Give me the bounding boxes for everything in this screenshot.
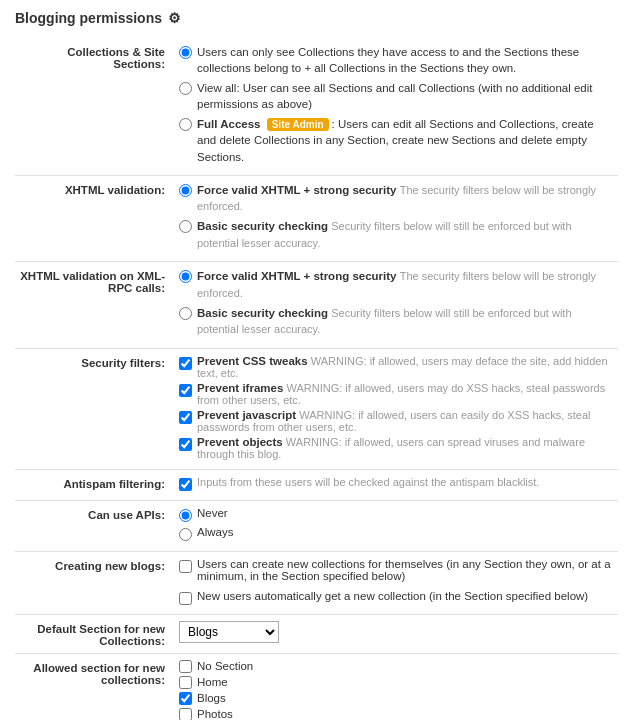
xhtml-validation-value: Force valid XHTML + strong security The … — [175, 175, 618, 262]
api-never-row: Never — [179, 507, 614, 522]
sf-css-checkbox[interactable] — [179, 357, 192, 370]
api-always-row: Always — [179, 526, 614, 541]
form-table: Collections & Site Sections: Users can o… — [15, 38, 618, 720]
allowed-section-label: Allowed section for new collections: — [15, 653, 175, 720]
create-blogs-checkbox[interactable] — [179, 560, 192, 573]
section-none-checkbox[interactable] — [179, 660, 192, 673]
api-never-radio[interactable] — [179, 509, 192, 522]
sf-iframes-text: Prevent iframes WARNING: if allowed, use… — [197, 382, 614, 406]
section-none-label: No Section — [197, 660, 253, 672]
collections-radio-1[interactable] — [179, 46, 192, 59]
settings-icon: ⚙ — [168, 10, 181, 26]
sf-objects-checkbox[interactable] — [179, 438, 192, 451]
section-blogs-row: Blogs — [179, 692, 614, 705]
default-section-value: Blogs Home Photos Forums Manual — [175, 614, 618, 653]
creating-blogs-row: Creating new blogs: Users can create new… — [15, 551, 618, 614]
section-blogs-label: Blogs — [197, 692, 226, 704]
sf-javascript-row: Prevent javascript WARNING: if allowed, … — [179, 409, 614, 433]
page-title-text: Blogging permissions — [15, 10, 162, 26]
allowed-sections-list: No Section Home Blogs Photos — [179, 660, 614, 720]
section-blogs-checkbox[interactable] — [179, 692, 192, 705]
allowed-section-value: No Section Home Blogs Photos — [175, 653, 618, 720]
section-photos-row: Photos — [179, 708, 614, 720]
auto-collection-text: New users automatically get a new collec… — [197, 590, 588, 602]
xmlrpc-force-radio[interactable] — [179, 270, 192, 283]
antispam-label: Antispam filtering: — [15, 469, 175, 500]
collections-row: Collections & Site Sections: Users can o… — [15, 38, 618, 175]
apis-label: Can use APIs: — [15, 500, 175, 551]
security-filters-row: Security filters: Prevent CSS tweaks WAR… — [15, 348, 618, 469]
sf-javascript-text: Prevent javascript WARNING: if allowed, … — [197, 409, 614, 433]
auto-collection-checkbox[interactable] — [179, 592, 192, 605]
apis-value: Never Always — [175, 500, 618, 551]
xmlrpc-force-row: Force valid XHTML + strong security The … — [179, 268, 614, 301]
xmlrpc-basic-text: Basic security checking Security filters… — [197, 305, 614, 338]
default-section-dropdown[interactable]: Blogs Home Photos Forums Manual — [179, 621, 279, 643]
collections-option-3: Full Access Site Admin: Users can edit a… — [179, 116, 614, 164]
page-container: Blogging permissions ⚙ Collections & Sit… — [0, 0, 633, 720]
collections-radio-2[interactable] — [179, 82, 192, 95]
apis-row: Can use APIs: Never Always — [15, 500, 618, 551]
antispam-text: Inputs from these users will be checked … — [197, 476, 539, 488]
default-section-label: Default Section for new Collections: — [15, 614, 175, 653]
xmlrpc-force-text: Force valid XHTML + strong security The … — [197, 268, 614, 301]
site-admin-badge: Site Admin — [267, 118, 329, 131]
xmlrpc-validation-row: XHTML validation on XML-RPC calls: Force… — [15, 262, 618, 349]
collections-value: Users can only see Collections they have… — [175, 38, 618, 175]
collections-option-1-text: Users can only see Collections they have… — [197, 44, 614, 76]
xhtml-basic-text: Basic security checking Security filters… — [197, 218, 614, 251]
section-none-row: No Section — [179, 660, 614, 673]
collections-label: Collections & Site Sections: — [15, 38, 175, 175]
section-photos-label: Photos — [197, 708, 233, 720]
collections-option-2: View all: User can see all Sections and … — [179, 80, 614, 112]
xhtml-validation-row: XHTML validation: Force valid XHTML + st… — [15, 175, 618, 262]
security-filters-label: Security filters: — [15, 348, 175, 469]
xhtml-basic-radio[interactable] — [179, 220, 192, 233]
api-never-text: Never — [197, 507, 228, 519]
antispam-row: Antispam filtering: Inputs from these us… — [15, 469, 618, 500]
create-blogs-text: Users can create new collections for the… — [197, 558, 614, 582]
api-always-text: Always — [197, 526, 233, 538]
xhtml-force-text: Force valid XHTML + strong security The … — [197, 182, 614, 215]
xmlrpc-basic-row: Basic security checking Security filters… — [179, 305, 614, 338]
sf-objects-text: Prevent objects WARNING: if allowed, use… — [197, 436, 614, 460]
sf-css-text: Prevent CSS tweaks WARNING: if allowed, … — [197, 355, 614, 379]
section-home-row: Home — [179, 676, 614, 689]
sf-iframes-row: Prevent iframes WARNING: if allowed, use… — [179, 382, 614, 406]
collections-radio-3[interactable] — [179, 118, 192, 131]
security-filters-value: Prevent CSS tweaks WARNING: if allowed, … — [175, 348, 618, 469]
api-always-radio[interactable] — [179, 528, 192, 541]
collections-option-3-text: Full Access Site Admin: Users can edit a… — [197, 116, 614, 164]
page-title: Blogging permissions ⚙ — [15, 10, 618, 26]
section-home-label: Home — [197, 676, 228, 688]
xmlrpc-basic-radio[interactable] — [179, 307, 192, 320]
creating-blogs-label: Creating new blogs: — [15, 551, 175, 614]
sf-objects-row: Prevent objects WARNING: if allowed, use… — [179, 436, 614, 460]
sf-css-row: Prevent CSS tweaks WARNING: if allowed, … — [179, 355, 614, 379]
sf-iframes-checkbox[interactable] — [179, 384, 192, 397]
section-home-checkbox[interactable] — [179, 676, 192, 689]
antispam-value: Inputs from these users will be checked … — [175, 469, 618, 500]
sf-javascript-checkbox[interactable] — [179, 411, 192, 424]
xmlrpc-validation-value: Force valid XHTML + strong security The … — [175, 262, 618, 349]
xmlrpc-validation-label: XHTML validation on XML-RPC calls: — [15, 262, 175, 349]
default-section-row: Default Section for new Collections: Blo… — [15, 614, 618, 653]
xhtml-force-radio[interactable] — [179, 184, 192, 197]
collections-option-1: Users can only see Collections they have… — [179, 44, 614, 76]
collections-option-2-text: View all: User can see all Sections and … — [197, 80, 614, 112]
xhtml-validation-label: XHTML validation: — [15, 175, 175, 262]
antispam-checkbox[interactable] — [179, 478, 192, 491]
create-blogs-row: Users can create new collections for the… — [179, 558, 614, 582]
creating-blogs-value: Users can create new collections for the… — [175, 551, 618, 614]
allowed-section-row: Allowed section for new collections: No … — [15, 653, 618, 720]
xhtml-basic-row: Basic security checking Security filters… — [179, 218, 614, 251]
antispam-checkbox-row: Inputs from these users will be checked … — [179, 476, 614, 491]
xhtml-force-row: Force valid XHTML + strong security The … — [179, 182, 614, 215]
auto-collection-row: New users automatically get a new collec… — [179, 590, 614, 605]
section-photos-checkbox[interactable] — [179, 708, 192, 720]
